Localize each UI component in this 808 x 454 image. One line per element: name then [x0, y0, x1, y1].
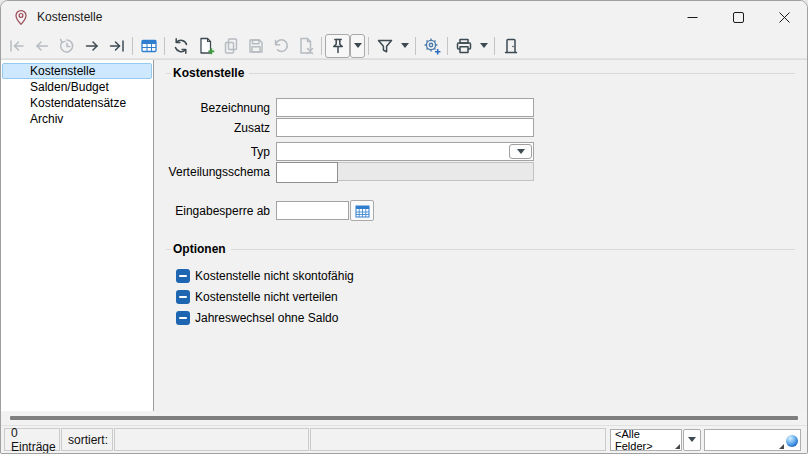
checkbox-nicht-verteilen[interactable]: [176, 290, 190, 304]
form-row-typ: Typ: [166, 142, 795, 161]
settings-add-button[interactable]: [419, 34, 444, 58]
verteilungsschema-display-field: [338, 162, 534, 181]
group-rule: [231, 249, 795, 250]
checkbox-nicht-skontofaehig[interactable]: [176, 269, 190, 283]
toolbar-separator: [447, 37, 448, 55]
group-header-kostenstelle: Kostenstelle: [166, 66, 795, 80]
sidebar-item-kostendatensaetze[interactable]: Kostendatensätze: [2, 95, 152, 111]
verteilungsschema-input[interactable]: [276, 162, 338, 183]
chevron-down-icon: [688, 437, 696, 442]
search-box: [704, 429, 801, 451]
last-record-button[interactable]: [104, 34, 129, 58]
entries-count-cell: 0 Einträge: [4, 428, 60, 451]
next-record-button[interactable]: [79, 34, 104, 58]
indeterminate-mark: [179, 317, 187, 319]
titlebar: Kostenstelle: [1, 1, 807, 33]
close-button[interactable]: [761, 1, 807, 33]
maximize-button[interactable]: [715, 1, 761, 33]
sidebar-nav: Kostenstelle Salden/Budget Kostendatensä…: [1, 60, 154, 411]
table-view-button[interactable]: [136, 34, 161, 58]
splitter-area: [1, 411, 807, 425]
form-row-bezeichnung: Bezeichnung: [166, 98, 795, 117]
checkbox-row-jahreswechsel: Jahreswechsel ohne Saldo: [176, 311, 795, 325]
filter-dropdown-button[interactable]: [397, 34, 412, 58]
sidebar-item-kostenstelle[interactable]: Kostenstelle: [2, 63, 152, 79]
status-message-cell: [310, 428, 606, 451]
resize-grip-icon: [675, 444, 680, 449]
toolbar: [1, 33, 807, 59]
checkbox-row-verteilen: Kostenstelle nicht verteilen: [176, 290, 795, 304]
main-area: Kostenstelle Salden/Budget Kostendatensä…: [1, 59, 807, 411]
indeterminate-mark: [179, 296, 187, 298]
typ-label: Typ: [166, 145, 276, 159]
toolbar-separator: [415, 37, 416, 55]
toolbar-separator: [164, 37, 165, 55]
zusatz-input[interactable]: [276, 118, 534, 137]
pin-dropdown-button[interactable]: [350, 34, 365, 58]
typ-dropdown-button[interactable]: [509, 144, 532, 159]
window-title: Kostenstelle: [37, 10, 102, 24]
refresh-button[interactable]: [168, 34, 193, 58]
toolbar-separator: [321, 37, 322, 55]
save-record-button[interactable]: [243, 34, 268, 58]
window-controls: [669, 1, 807, 33]
verteilungsschema-label: Verteilungsschema: [166, 162, 276, 179]
eingabesperre-label: Eingabesperre ab: [166, 204, 276, 218]
checkbox-label: Kostenstelle nicht skontofähig: [195, 269, 354, 283]
search-input[interactable]: [705, 431, 783, 449]
calendar-picker-button[interactable]: [350, 200, 374, 221]
filter-button[interactable]: [372, 34, 397, 58]
group-title: Kostenstelle: [171, 66, 249, 80]
toolbar-separator: [368, 37, 369, 55]
indeterminate-mark: [179, 275, 187, 277]
minimize-button[interactable]: [669, 1, 715, 33]
field-filter-combobox[interactable]: <Alle Felder>: [610, 429, 701, 451]
copy-record-button[interactable]: [218, 34, 243, 58]
bezeichnung-label: Bezeichnung: [166, 101, 276, 115]
chevron-down-icon: [517, 149, 525, 154]
calendar-icon: [355, 204, 370, 218]
zusatz-label: Zusatz: [166, 121, 276, 135]
exit-button[interactable]: [498, 34, 523, 58]
form-row-eingabesperre: Eingabesperre ab: [166, 200, 795, 221]
eingabesperre-date-input[interactable]: [276, 201, 349, 220]
checkbox-jahreswechsel[interactable]: [176, 311, 190, 325]
checkbox-label: Jahreswechsel ohne Saldo: [195, 311, 338, 325]
statusbar: 0 Einträge sortiert: <Alle Felder>: [1, 425, 807, 453]
checkbox-row-skontofaehig: Kostenstelle nicht skontofähig: [176, 269, 795, 283]
undo-button[interactable]: [268, 34, 293, 58]
form-row-verteilungsschema: Verteilungsschema: [166, 162, 795, 183]
sidebar-item-salden-budget[interactable]: Salden/Budget: [2, 79, 152, 95]
print-button[interactable]: [451, 34, 476, 58]
form-row-zusatz: Zusatz: [166, 118, 795, 137]
field-filter-dropdown-button[interactable]: [683, 429, 701, 451]
group-rule: [249, 73, 795, 74]
delete-record-button[interactable]: [293, 34, 318, 58]
previous-record-button[interactable]: [29, 34, 54, 58]
pin-button[interactable]: [325, 34, 350, 58]
sorted-cell: sortiert:: [61, 428, 113, 451]
print-dropdown-button[interactable]: [476, 34, 491, 58]
new-record-button[interactable]: [193, 34, 218, 58]
location-pin-icon: [12, 8, 30, 26]
search-globe-icon[interactable]: [786, 435, 798, 447]
group-title: Optionen: [171, 242, 231, 256]
typ-combobox[interactable]: [276, 142, 534, 161]
sidebar-item-archiv[interactable]: Archiv: [2, 111, 152, 127]
first-record-button[interactable]: [4, 34, 29, 58]
toolbar-separator: [494, 37, 495, 55]
app-window: Kostenstelle: [0, 0, 808, 454]
history-button[interactable]: [54, 34, 79, 58]
toolbar-separator: [132, 37, 133, 55]
splitter-handle[interactable]: [10, 416, 798, 420]
form-area: Kostenstelle Bezeichnung Zusatz Typ Vert…: [154, 60, 807, 411]
sorted-value-cell: [114, 428, 309, 451]
checkbox-label: Kostenstelle nicht verteilen: [195, 290, 338, 304]
bezeichnung-input[interactable]: [276, 98, 534, 117]
resize-grip-icon: [779, 444, 784, 449]
group-header-optionen: Optionen: [166, 242, 795, 256]
field-filter-value[interactable]: <Alle Felder>: [610, 429, 682, 451]
